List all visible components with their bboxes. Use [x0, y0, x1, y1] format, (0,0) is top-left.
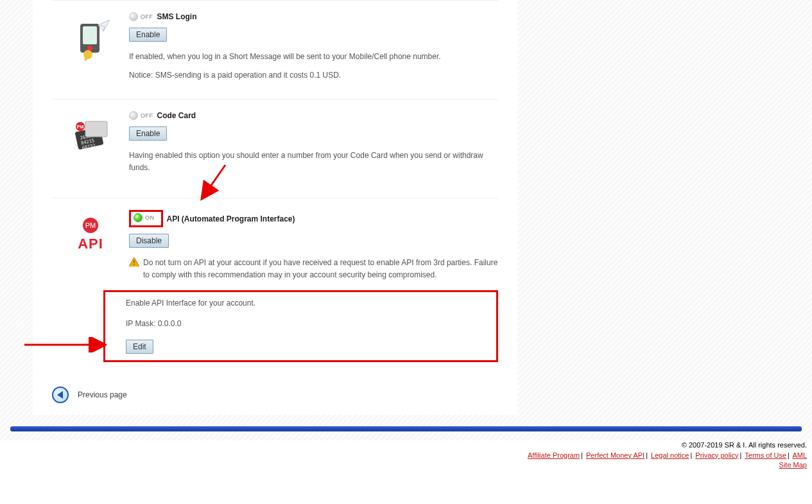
svg-text:PM: PM: [77, 125, 84, 129]
sms-status-indicator: OFF: [129, 12, 153, 21]
previous-page-link[interactable]: Previous page: [78, 390, 127, 399]
sms-login-icon: [52, 12, 129, 81]
api-title: API (Automated Program Interface): [167, 214, 295, 223]
footer-link-terms[interactable]: Terms of Use: [745, 451, 786, 459]
footer: © 2007-2019 SR & I. All rights reserved.…: [0, 440, 812, 475]
api-ip-mask: IP Mask: 0.0.0.0: [126, 319, 490, 328]
status-dot-on-icon: [134, 213, 143, 222]
codecard-enable-button[interactable]: Enable: [129, 126, 167, 141]
section-api: PM API ON API (Automated Program Interfa…: [52, 198, 498, 380]
pm-badge-icon: PM: [83, 218, 98, 233]
sms-login-title: SMS Login: [157, 12, 197, 21]
previous-page-row: Previous page: [52, 380, 498, 403]
warning-icon: !: [129, 257, 139, 268]
footer-link-legal[interactable]: Legal notice: [651, 451, 689, 459]
section-code-card: 26589 84215 68732 PM OFF: [52, 99, 498, 198]
code-card-title: Code Card: [157, 111, 196, 120]
api-text-icon: API: [78, 236, 103, 252]
svg-point-2: [87, 46, 92, 51]
status-dot-off-icon: [129, 12, 138, 21]
footer-link-api[interactable]: Perfect Money API: [586, 451, 644, 459]
api-disable-button[interactable]: Disable: [129, 234, 169, 248]
footer-link-sitemap[interactable]: Site Map: [779, 461, 807, 469]
api-enable-description: Enable API Interface for your account.: [126, 297, 490, 309]
api-status-highlight: ON: [129, 210, 163, 227]
svg-rect-9: [85, 121, 107, 137]
footer-link-aml[interactable]: AML: [792, 451, 807, 459]
ip-mask-value: 0.0.0.0: [158, 319, 182, 328]
api-edit-button[interactable]: Edit: [126, 340, 153, 354]
api-edit-highlight: Enable API Interface for your account. I…: [103, 290, 498, 363]
sms-login-description: If enabled, when you log in a Short Mess…: [129, 51, 498, 63]
sms-enable-button[interactable]: Enable: [129, 28, 167, 42]
api-warning-text: Do not turn on API at your account if yo…: [143, 257, 498, 281]
sms-status-label: OFF: [141, 13, 153, 20]
codecard-status-indicator: OFF: [129, 111, 153, 120]
footer-bar: [10, 426, 802, 431]
code-card-icon: 26589 84215 68732 PM: [52, 111, 129, 180]
footer-copyright: © 2007-2019 SR & I. All rights reserved.: [0, 440, 807, 450]
api-status-indicator: ON: [134, 213, 155, 222]
svg-rect-1: [83, 26, 97, 44]
footer-link-privacy[interactable]: Privacy policy: [695, 451, 738, 459]
api-status-label: ON: [145, 214, 155, 221]
svg-text:!: !: [133, 259, 135, 266]
sms-login-notice: Notice: SMS-sending is a paid operation …: [129, 69, 498, 82]
footer-link-affiliate[interactable]: Affiliate Program: [528, 451, 580, 459]
previous-page-icon[interactable]: [52, 387, 69, 403]
codecard-status-label: OFF: [141, 112, 153, 119]
code-card-description: Having enabled this option you should en…: [129, 150, 498, 173]
section-sms-login: OFF SMS Login Enable If enabled, when yo…: [52, 0, 498, 99]
status-dot-off-icon: [129, 111, 138, 120]
ip-mask-label: IP Mask:: [126, 319, 155, 328]
